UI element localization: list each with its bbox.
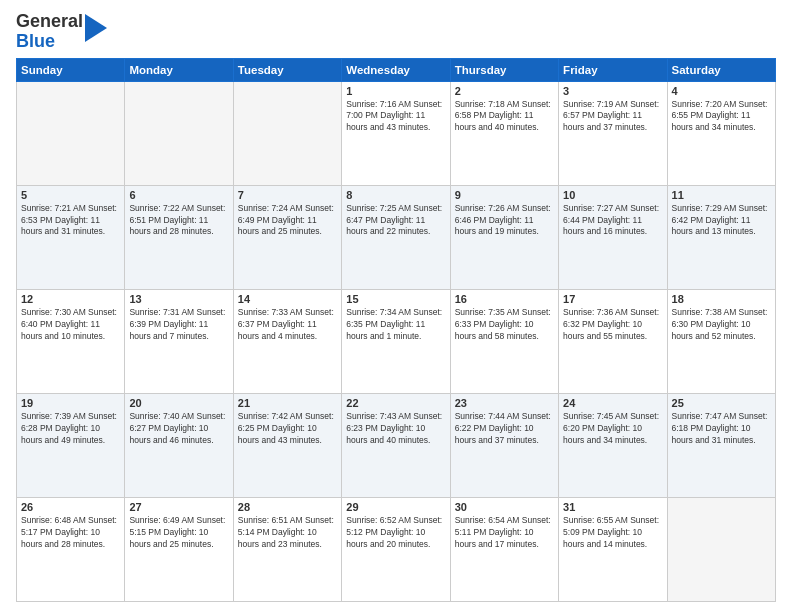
day-info: Sunrise: 7:18 AM Sunset: 6:58 PM Dayligh… bbox=[455, 99, 554, 135]
day-info: Sunrise: 7:24 AM Sunset: 6:49 PM Dayligh… bbox=[238, 203, 337, 239]
day-info: Sunrise: 6:48 AM Sunset: 5:17 PM Dayligh… bbox=[21, 515, 120, 551]
calendar-cell: 23Sunrise: 7:44 AM Sunset: 6:22 PM Dayli… bbox=[450, 393, 558, 497]
calendar-cell: 27Sunrise: 6:49 AM Sunset: 5:15 PM Dayli… bbox=[125, 497, 233, 601]
calendar-cell bbox=[233, 81, 341, 185]
calendar-cell: 15Sunrise: 7:34 AM Sunset: 6:35 PM Dayli… bbox=[342, 289, 450, 393]
calendar-cell: 22Sunrise: 7:43 AM Sunset: 6:23 PM Dayli… bbox=[342, 393, 450, 497]
logo-triangle-icon bbox=[85, 14, 107, 42]
calendar-cell: 20Sunrise: 7:40 AM Sunset: 6:27 PM Dayli… bbox=[125, 393, 233, 497]
day-number: 19 bbox=[21, 397, 120, 409]
day-info: Sunrise: 7:34 AM Sunset: 6:35 PM Dayligh… bbox=[346, 307, 445, 343]
day-info: Sunrise: 7:31 AM Sunset: 6:39 PM Dayligh… bbox=[129, 307, 228, 343]
weekday-header-row: SundayMondayTuesdayWednesdayThursdayFrid… bbox=[17, 58, 776, 81]
day-info: Sunrise: 7:36 AM Sunset: 6:32 PM Dayligh… bbox=[563, 307, 662, 343]
day-number: 3 bbox=[563, 85, 662, 97]
calendar-cell: 12Sunrise: 7:30 AM Sunset: 6:40 PM Dayli… bbox=[17, 289, 125, 393]
calendar-cell: 18Sunrise: 7:38 AM Sunset: 6:30 PM Dayli… bbox=[667, 289, 775, 393]
day-number: 9 bbox=[455, 189, 554, 201]
svg-marker-0 bbox=[85, 14, 107, 42]
week-row-1: 1Sunrise: 7:16 AM Sunset: 7:00 PM Daylig… bbox=[17, 81, 776, 185]
day-info: Sunrise: 7:45 AM Sunset: 6:20 PM Dayligh… bbox=[563, 411, 662, 447]
calendar-cell: 6Sunrise: 7:22 AM Sunset: 6:51 PM Daylig… bbox=[125, 185, 233, 289]
day-number: 14 bbox=[238, 293, 337, 305]
day-info: Sunrise: 7:26 AM Sunset: 6:46 PM Dayligh… bbox=[455, 203, 554, 239]
day-number: 8 bbox=[346, 189, 445, 201]
day-info: Sunrise: 7:39 AM Sunset: 6:28 PM Dayligh… bbox=[21, 411, 120, 447]
day-info: Sunrise: 7:30 AM Sunset: 6:40 PM Dayligh… bbox=[21, 307, 120, 343]
day-info: Sunrise: 6:49 AM Sunset: 5:15 PM Dayligh… bbox=[129, 515, 228, 551]
day-info: Sunrise: 7:43 AM Sunset: 6:23 PM Dayligh… bbox=[346, 411, 445, 447]
day-number: 24 bbox=[563, 397, 662, 409]
day-info: Sunrise: 7:42 AM Sunset: 6:25 PM Dayligh… bbox=[238, 411, 337, 447]
day-number: 13 bbox=[129, 293, 228, 305]
weekday-header-monday: Monday bbox=[125, 58, 233, 81]
logo: General Blue bbox=[16, 12, 107, 52]
day-number: 25 bbox=[672, 397, 771, 409]
day-number: 22 bbox=[346, 397, 445, 409]
day-number: 6 bbox=[129, 189, 228, 201]
calendar-table: SundayMondayTuesdayWednesdayThursdayFrid… bbox=[16, 58, 776, 602]
day-number: 1 bbox=[346, 85, 445, 97]
calendar-cell: 19Sunrise: 7:39 AM Sunset: 6:28 PM Dayli… bbox=[17, 393, 125, 497]
day-number: 31 bbox=[563, 501, 662, 513]
day-number: 11 bbox=[672, 189, 771, 201]
weekday-header-friday: Friday bbox=[559, 58, 667, 81]
day-number: 18 bbox=[672, 293, 771, 305]
day-info: Sunrise: 7:21 AM Sunset: 6:53 PM Dayligh… bbox=[21, 203, 120, 239]
day-info: Sunrise: 7:29 AM Sunset: 6:42 PM Dayligh… bbox=[672, 203, 771, 239]
weekday-header-wednesday: Wednesday bbox=[342, 58, 450, 81]
calendar-cell: 29Sunrise: 6:52 AM Sunset: 5:12 PM Dayli… bbox=[342, 497, 450, 601]
day-info: Sunrise: 7:38 AM Sunset: 6:30 PM Dayligh… bbox=[672, 307, 771, 343]
calendar-cell: 25Sunrise: 7:47 AM Sunset: 6:18 PM Dayli… bbox=[667, 393, 775, 497]
calendar-cell: 4Sunrise: 7:20 AM Sunset: 6:55 PM Daylig… bbox=[667, 81, 775, 185]
day-number: 5 bbox=[21, 189, 120, 201]
day-number: 29 bbox=[346, 501, 445, 513]
calendar-cell: 14Sunrise: 7:33 AM Sunset: 6:37 PM Dayli… bbox=[233, 289, 341, 393]
day-info: Sunrise: 6:52 AM Sunset: 5:12 PM Dayligh… bbox=[346, 515, 445, 551]
day-number: 28 bbox=[238, 501, 337, 513]
day-number: 27 bbox=[129, 501, 228, 513]
calendar-cell: 2Sunrise: 7:18 AM Sunset: 6:58 PM Daylig… bbox=[450, 81, 558, 185]
day-info: Sunrise: 7:44 AM Sunset: 6:22 PM Dayligh… bbox=[455, 411, 554, 447]
calendar-cell: 7Sunrise: 7:24 AM Sunset: 6:49 PM Daylig… bbox=[233, 185, 341, 289]
day-info: Sunrise: 6:54 AM Sunset: 5:11 PM Dayligh… bbox=[455, 515, 554, 551]
day-number: 4 bbox=[672, 85, 771, 97]
calendar-cell: 28Sunrise: 6:51 AM Sunset: 5:14 PM Dayli… bbox=[233, 497, 341, 601]
day-number: 16 bbox=[455, 293, 554, 305]
weekday-header-thursday: Thursday bbox=[450, 58, 558, 81]
day-info: Sunrise: 7:22 AM Sunset: 6:51 PM Dayligh… bbox=[129, 203, 228, 239]
calendar-cell: 5Sunrise: 7:21 AM Sunset: 6:53 PM Daylig… bbox=[17, 185, 125, 289]
day-number: 15 bbox=[346, 293, 445, 305]
day-number: 17 bbox=[563, 293, 662, 305]
day-info: Sunrise: 7:25 AM Sunset: 6:47 PM Dayligh… bbox=[346, 203, 445, 239]
header: General Blue bbox=[16, 12, 776, 52]
day-number: 26 bbox=[21, 501, 120, 513]
page: General Blue SundayMondayTuesdayWednesda… bbox=[0, 0, 792, 612]
calendar-cell: 17Sunrise: 7:36 AM Sunset: 6:32 PM Dayli… bbox=[559, 289, 667, 393]
logo-blue: Blue bbox=[16, 31, 55, 51]
calendar-cell: 16Sunrise: 7:35 AM Sunset: 6:33 PM Dayli… bbox=[450, 289, 558, 393]
calendar-cell: 13Sunrise: 7:31 AM Sunset: 6:39 PM Dayli… bbox=[125, 289, 233, 393]
calendar-cell: 8Sunrise: 7:25 AM Sunset: 6:47 PM Daylig… bbox=[342, 185, 450, 289]
day-info: Sunrise: 7:33 AM Sunset: 6:37 PM Dayligh… bbox=[238, 307, 337, 343]
calendar-cell bbox=[667, 497, 775, 601]
day-number: 10 bbox=[563, 189, 662, 201]
day-number: 20 bbox=[129, 397, 228, 409]
calendar-cell bbox=[125, 81, 233, 185]
day-info: Sunrise: 6:55 AM Sunset: 5:09 PM Dayligh… bbox=[563, 515, 662, 551]
calendar-cell: 9Sunrise: 7:26 AM Sunset: 6:46 PM Daylig… bbox=[450, 185, 558, 289]
logo-text: General Blue bbox=[16, 12, 83, 52]
day-number: 30 bbox=[455, 501, 554, 513]
day-info: Sunrise: 6:51 AM Sunset: 5:14 PM Dayligh… bbox=[238, 515, 337, 551]
day-number: 21 bbox=[238, 397, 337, 409]
calendar-cell: 1Sunrise: 7:16 AM Sunset: 7:00 PM Daylig… bbox=[342, 81, 450, 185]
weekday-header-saturday: Saturday bbox=[667, 58, 775, 81]
day-info: Sunrise: 7:20 AM Sunset: 6:55 PM Dayligh… bbox=[672, 99, 771, 135]
calendar-cell: 24Sunrise: 7:45 AM Sunset: 6:20 PM Dayli… bbox=[559, 393, 667, 497]
weekday-header-tuesday: Tuesday bbox=[233, 58, 341, 81]
weekday-header-sunday: Sunday bbox=[17, 58, 125, 81]
week-row-5: 26Sunrise: 6:48 AM Sunset: 5:17 PM Dayli… bbox=[17, 497, 776, 601]
day-info: Sunrise: 7:27 AM Sunset: 6:44 PM Dayligh… bbox=[563, 203, 662, 239]
day-info: Sunrise: 7:47 AM Sunset: 6:18 PM Dayligh… bbox=[672, 411, 771, 447]
logo-general: General bbox=[16, 11, 83, 31]
